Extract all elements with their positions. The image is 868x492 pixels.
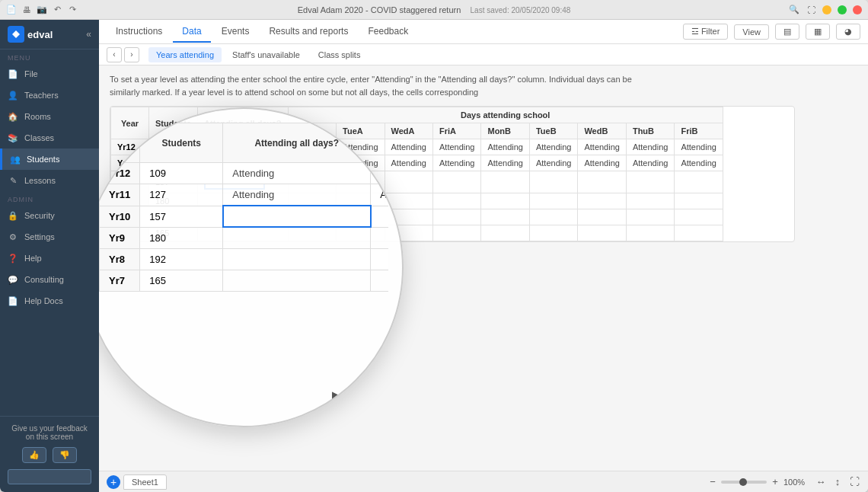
tab-results[interactable]: Results and reports [260, 21, 357, 43]
app-name: edval [27, 29, 53, 40]
table-view-button[interactable]: ▦ [806, 24, 830, 40]
sidebar-item-consulting[interactable]: 💬 Consulting [0, 269, 99, 290]
feedback-buttons: 👍 👎 [8, 447, 91, 463]
chart-button[interactable]: ◕ [836, 24, 860, 40]
main-layout: edval « MENU 📄 File 👤 Teachers 🏠 Rooms 📚 [0, 20, 868, 492]
wedA-cell [385, 171, 432, 193]
monA-cell [288, 193, 336, 209]
fullscreen-button[interactable]: ⛶ [848, 476, 860, 488]
tab-data[interactable]: Data [173, 21, 210, 43]
search-icon[interactable]: 🔍 [789, 5, 799, 15]
table-row-yr8[interactable]: Yr8 192 [111, 209, 723, 225]
mag-students-yr8: 192 [140, 248, 223, 270]
thuB-cell [626, 209, 674, 225]
mag-year-yr7: Yr7 [100, 270, 140, 291]
sidebar-item-settings[interactable]: ⚙ Settings [0, 226, 99, 248]
attending-all-cell[interactable] [198, 171, 288, 193]
sidebar-item-label: Consulting [24, 275, 64, 284]
nav-tabs: Instructions Data Events Results and rep… [99, 20, 868, 44]
room-icon: 🏠 [8, 111, 18, 122]
monA-cell [288, 225, 336, 241]
sidebar-collapse-button[interactable]: « [86, 29, 91, 40]
zoom-slider[interactable] [721, 481, 767, 484]
tab-feedback[interactable]: Feedback [359, 21, 417, 43]
undo-icon[interactable]: ↶ [52, 5, 62, 15]
sub-tab-years-attending[interactable]: Years attending [148, 47, 222, 62]
sidebar-item-classes[interactable]: 📚 Classes [0, 127, 99, 149]
students-cell: 165 [149, 225, 198, 241]
sidebar-item-label: Classes [24, 133, 54, 142]
sidebar-search-input[interactable] [8, 469, 91, 484]
tab-events[interactable]: Events [212, 21, 259, 43]
maximize-button[interactable] [838, 5, 847, 14]
print-icon[interactable]: 🖶 [21, 5, 32, 15]
file-icon[interactable]: 📄 [6, 5, 17, 15]
grid-view-button[interactable]: ▤ [775, 24, 799, 40]
sidebar: edval « MENU 📄 File 👤 Teachers 🏠 Rooms 📚 [0, 20, 99, 492]
friB-cell [675, 193, 723, 209]
table-row-yr10[interactable]: Yr10 157 [111, 171, 723, 193]
title-bar: 📄 🖶 📷 ↶ ↷ Edval Adam 2020 - COVID stagge… [0, 0, 868, 20]
sidebar-item-file[interactable]: 📄 File [0, 63, 99, 85]
wedB-cell [578, 193, 626, 209]
filter-button[interactable]: ☲ Filter [683, 24, 729, 40]
monB-cell: Attending [481, 139, 529, 155]
sheet-tab[interactable]: Sheet1 [123, 474, 167, 490]
sidebar-item-help[interactable]: ❓ Help [0, 248, 99, 269]
thumbs-down-button[interactable]: 👎 [53, 447, 77, 463]
fit-width-button[interactable]: ↔ [815, 476, 827, 488]
nav-back-button[interactable]: ‹ [107, 47, 122, 62]
sidebar-item-security[interactable]: 🔒 Security [0, 205, 99, 226]
tueB-cell: Attending [529, 139, 577, 155]
page-content: To set a year level as attending the ent… [99, 65, 868, 471]
zoom-in-button[interactable]: + [769, 476, 781, 488]
students-header: Students [149, 107, 198, 139]
student-icon: 👥 [10, 154, 21, 165]
wedB-cell: Attending [578, 139, 626, 155]
mag-monA-yr7 [371, 270, 388, 291]
table-row-yr12[interactable]: Yr12 109 Attending Attending Attending A… [111, 139, 723, 155]
lesson-icon: ✎ [8, 175, 18, 186]
table-row-yr9[interactable]: Yr9 180 [111, 193, 723, 209]
sidebar-item-lessons[interactable]: ✎ Lessons [0, 170, 99, 191]
monB-cell [481, 225, 529, 241]
sidebar-item-students[interactable]: 👥 Students [0, 149, 99, 170]
friA-cell [432, 193, 480, 209]
thuB-cell [626, 225, 674, 241]
view-button[interactable]: View [734, 24, 769, 40]
tueB-cell: Attending [529, 155, 577, 171]
minimize-button[interactable] [822, 5, 831, 14]
friA-cell [432, 209, 480, 225]
nav-arrows: ‹ › [107, 47, 139, 62]
redo-icon[interactable]: ↷ [67, 5, 78, 15]
nav-forward-button[interactable]: › [124, 47, 139, 62]
table-row-yr11[interactable]: Yr11 127 Attending Attending Attending A… [111, 155, 723, 171]
table-row-yr7[interactable]: Yr7 165 [111, 225, 723, 241]
attending-all-input[interactable] [204, 174, 265, 190]
class-icon: 📚 [8, 133, 18, 143]
cursor-indicator: ▶ [332, 388, 343, 404]
sidebar-item-teachers[interactable]: 👤 Teachers [0, 85, 99, 106]
year-cell: Yr9 [111, 193, 149, 209]
zoom-out-button[interactable]: − [707, 476, 719, 488]
fit-page-button[interactable]: ↕ [831, 476, 844, 488]
tueB-header: TueB [529, 123, 577, 139]
camera-icon[interactable]: 📷 [37, 5, 47, 15]
tab-instructions[interactable]: Instructions [107, 21, 171, 43]
close-button[interactable] [853, 5, 862, 14]
sidebar-item-rooms[interactable]: 🏠 Rooms [0, 106, 99, 127]
sidebar-item-help-docs[interactable]: 📄 Help Docs [0, 290, 99, 311]
content-area: Instructions Data Events Results and rep… [99, 20, 868, 492]
nav-actions: ☲ Filter View ▤ ▦ ◕ [683, 24, 860, 40]
add-sheet-button[interactable]: + [107, 475, 120, 489]
year-header: Year [111, 107, 149, 139]
tueA-cell [337, 171, 385, 193]
friB-cell [675, 171, 723, 193]
sub-tab-class-splits[interactable]: Class splits [311, 47, 369, 62]
monB-cell: Attending [481, 155, 529, 171]
expand-icon[interactable]: ⛶ [806, 5, 816, 15]
sub-nav: ‹ › Years attending Staff's unavailable … [99, 44, 868, 65]
sub-tab-staff-unavailable[interactable]: Staff's unavailable [225, 47, 308, 62]
sidebar-item-label: Security [24, 211, 55, 220]
thumbs-up-button[interactable]: 👍 [22, 447, 46, 463]
